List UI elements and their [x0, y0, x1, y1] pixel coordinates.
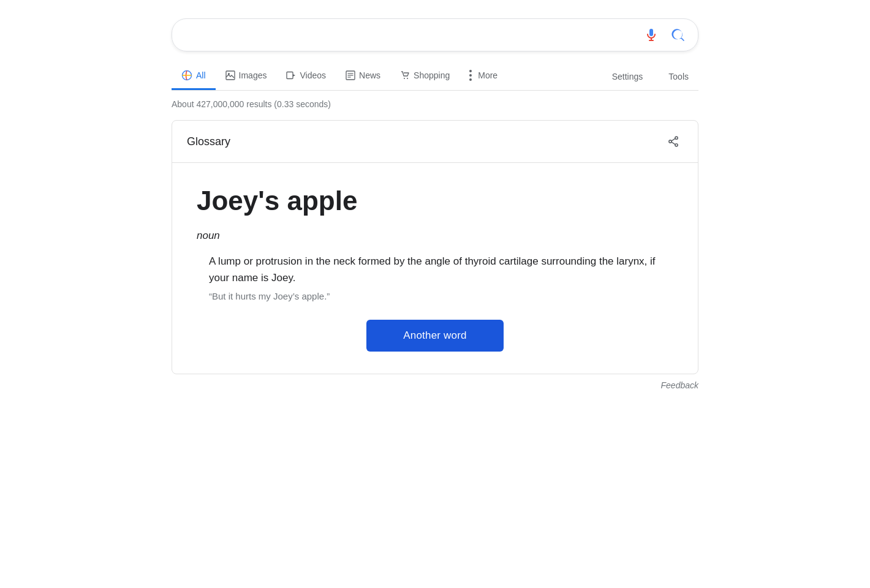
- tab-more-label: More: [478, 70, 497, 80]
- more-icon: [469, 70, 472, 81]
- svg-rect-2: [287, 72, 293, 79]
- tab-all[interactable]: All: [172, 62, 216, 90]
- search-icon: [671, 28, 686, 42]
- mic-icon: [644, 28, 659, 42]
- shopping-icon: [400, 70, 410, 80]
- share-button[interactable]: [664, 132, 683, 151]
- svg-point-1: [228, 73, 230, 75]
- feedback-row: Feedback: [172, 374, 698, 396]
- tab-shopping-label: Shopping: [414, 70, 450, 80]
- another-word-button[interactable]: Another word: [366, 320, 504, 352]
- glossary-card: Glossary Joey's apple noun A lump or pro…: [172, 120, 698, 374]
- share-icon: [667, 135, 679, 148]
- glossary-card-body: Joey's apple noun A lump or protrusion i…: [172, 163, 698, 374]
- nav-tabs: All Images Videos: [172, 62, 698, 91]
- word-title: Joey's apple: [197, 185, 673, 217]
- news-icon: [346, 70, 355, 80]
- svg-line-13: [671, 138, 675, 141]
- settings-link[interactable]: Settings: [602, 64, 653, 89]
- voice-search-button[interactable]: [641, 25, 661, 45]
- search-input[interactable]: friends glossary: [182, 28, 641, 42]
- word-definition: A lump or protrusion in the neck formed …: [197, 253, 673, 286]
- all-icon: [181, 70, 192, 81]
- tab-shopping[interactable]: Shopping: [390, 63, 460, 89]
- tab-videos-label: Videos: [300, 70, 326, 80]
- svg-line-14: [671, 142, 675, 145]
- feedback-link[interactable]: Feedback: [661, 380, 698, 390]
- svg-point-9: [407, 78, 408, 79]
- tools-label: Tools: [668, 72, 689, 81]
- tab-images-label: Images: [239, 70, 267, 80]
- search-button[interactable]: [668, 25, 688, 45]
- tab-news-label: News: [359, 70, 380, 80]
- tab-news[interactable]: News: [336, 63, 390, 89]
- tab-images[interactable]: Images: [216, 63, 277, 89]
- svg-marker-3: [293, 74, 295, 77]
- svg-point-8: [404, 78, 405, 79]
- search-bar: friends glossary: [172, 18, 698, 51]
- word-example: “But it hurts my Joey’s apple.”: [197, 291, 673, 301]
- images-icon: [225, 70, 235, 80]
- word-type: noun: [197, 230, 673, 242]
- settings-label: Settings: [612, 72, 643, 81]
- tab-videos[interactable]: Videos: [276, 63, 336, 89]
- tools-link[interactable]: Tools: [659, 64, 698, 89]
- results-info: About 427,000,000 results (0.33 seconds): [172, 99, 698, 109]
- glossary-header-title: Glossary: [187, 135, 230, 148]
- tab-all-label: All: [196, 70, 206, 80]
- tab-more[interactable]: More: [460, 62, 507, 90]
- videos-icon: [286, 70, 296, 80]
- glossary-card-header: Glossary: [172, 121, 698, 163]
